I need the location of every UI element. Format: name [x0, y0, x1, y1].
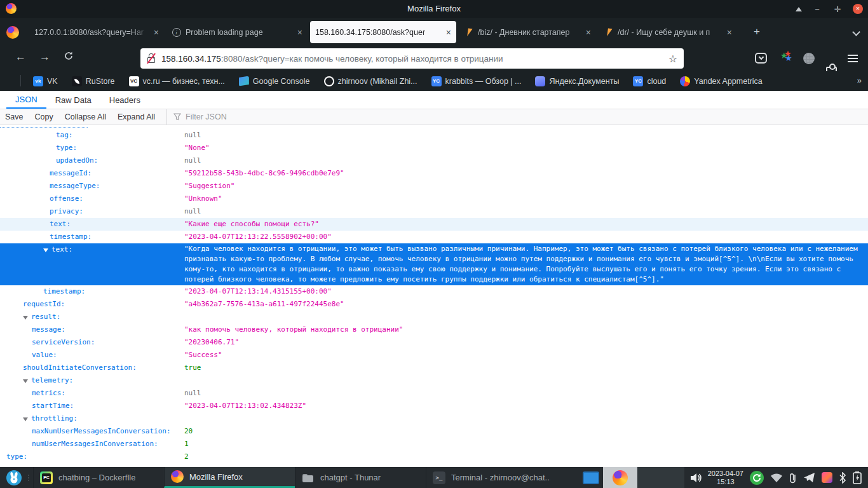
menu-hamburger-icon[interactable] [848, 55, 858, 62]
battery-tray-icon[interactable] [853, 471, 862, 484]
twisty-expanded-icon[interactable] [23, 379, 28, 383]
window-switcher-firefox[interactable] [603, 467, 637, 488]
twisty-expanded-icon[interactable] [23, 316, 28, 320]
jsonviewer-tab-json[interactable]: JSON [6, 91, 46, 109]
json-value: "None" [184, 142, 210, 154]
bookmark-item[interactable]: zhirnoov (Mikhail Zhi... [324, 76, 417, 86]
clock-widget[interactable]: 2023-04-07 15:13 [708, 470, 743, 486]
json-key: requestId: [0, 300, 65, 308]
paperclip-tray-icon[interactable] [789, 472, 797, 484]
filter-json-input[interactable]: Filter JSON [186, 112, 227, 121]
json-row[interactable]: text:"Какие еще способы помощи есть?" [0, 218, 868, 231]
browser-tab[interactable]: 158.160.34.175:8080/ask?quer× [310, 21, 456, 43]
bookmark-item[interactable]: Яндекс.Документы [535, 76, 619, 86]
forward-button[interactable]: → [39, 51, 50, 64]
back-button[interactable]: ← [15, 51, 26, 64]
url-text[interactable]: 158.160.34.175:8080/ask?query=как помочь… [161, 54, 663, 64]
json-row[interactable]: type:2 [0, 451, 868, 463]
bluetooth-tray-icon[interactable] [839, 472, 846, 484]
bookmark-item[interactable]: RuStore [72, 76, 115, 86]
json-row[interactable]: timestamp:"2023-04-07T12:13:14.4315155+0… [0, 285, 868, 298]
json-row[interactable]: shouldInitiateConversation:true [0, 362, 868, 374]
json-row[interactable]: maxNumUserMessagesInConversation:20 [0, 425, 868, 438]
json-row[interactable]: serviceVersion:"20230406.71" [0, 336, 868, 349]
json-row[interactable]: metrics:null [0, 387, 868, 400]
bookmark-item[interactable]: YCcloud [633, 76, 666, 86]
json-row[interactable]: tag:null [0, 129, 868, 142]
bookmark-label: Google Console [253, 77, 310, 86]
minimize-button[interactable]: − [812, 4, 822, 14]
bookmark-item[interactable]: VCvc.ru — бизнес, техн... [129, 76, 225, 86]
json-row[interactable]: text:"Когда человек находится в отрицани… [0, 243, 868, 285]
extension-pinwheel-icon[interactable]: ★★★ [780, 51, 793, 64]
show-desktop-button[interactable] [583, 471, 599, 484]
maximize-button[interactable]: ✛ [832, 4, 843, 14]
taskbar-window-label: Mozilla Firefox [189, 472, 243, 482]
taskbar-window-terminal[interactable]: >_Terminal - zhirnoov@chat... [426, 467, 557, 488]
expand-all-button[interactable]: Expand All [118, 112, 155, 121]
tab-close-icon[interactable]: × [727, 27, 732, 37]
json-value: "20230406.71" [184, 336, 239, 349]
reload-button[interactable] [64, 51, 74, 64]
clock-time: 15:13 [708, 478, 743, 486]
json-row[interactable]: result: [0, 311, 868, 323]
app-cube-tray-icon[interactable] [822, 472, 832, 483]
new-tab-button[interactable]: + [754, 25, 760, 38]
save-button[interactable]: Save [5, 112, 24, 121]
close-button[interactable]: × [853, 4, 863, 14]
json-row[interactable]: telemetry: [0, 374, 868, 387]
updater-tray-icon[interactable] [750, 471, 764, 485]
clock-date: 2023-04-07 [708, 470, 743, 478]
json-key: value: [0, 351, 57, 359]
insecure-lock-icon[interactable] [147, 53, 156, 64]
taskbar-window-pycharm[interactable]: chatbing – Dockerflle [33, 467, 164, 488]
terminal-icon: >_ [433, 471, 445, 484]
tab-close-icon[interactable]: × [297, 27, 302, 37]
bookmark-star-icon[interactable]: ☆ [668, 53, 677, 65]
bookmark-item[interactable]: YCkrabbits — Обзор | ... [431, 76, 522, 86]
twisty-expanded-icon[interactable] [43, 248, 48, 252]
taskbar-window-label: chatbing – Dockerflle [58, 473, 135, 482]
json-row[interactable]: startTime:"2023-04-07T12:13:02.434823Z" [0, 400, 868, 412]
json-row[interactable]: throttling: [0, 412, 868, 425]
pocket-icon[interactable] [755, 53, 767, 64]
twisty-expanded-icon[interactable] [23, 417, 28, 421]
tab-close-icon[interactable]: × [446, 27, 451, 37]
copy-button[interactable]: Copy [35, 112, 53, 121]
jsonviewer-tab-headers[interactable]: Headers [100, 91, 149, 109]
collapse-all-button[interactable]: Collapse All [65, 112, 106, 121]
json-row[interactable]: type:"None" [0, 142, 868, 154]
json-row[interactable]: privacy:null [0, 205, 868, 218]
tab-close-icon[interactable]: × [154, 27, 159, 37]
applications-menu-button[interactable] [0, 467, 28, 488]
browser-tab[interactable]: iProblem loading page× [166, 21, 308, 43]
json-row[interactable]: updatedOn:null [0, 154, 868, 167]
panel-grip[interactable] [28, 467, 32, 488]
bookmarks-overflow-icon[interactable]: » [857, 76, 860, 85]
url-bar[interactable]: 158.160.34.175:8080/ask?query=как помочь… [140, 48, 684, 69]
list-all-tabs-icon[interactable] [852, 28, 860, 36]
json-row[interactable]: numUserMessagesInConversation:1 [0, 438, 868, 451]
shade-window-button[interactable] [796, 7, 802, 11]
volume-icon[interactable] [689, 472, 702, 484]
json-row[interactable]: requestId:"a4b362a7-7576-413a-a611-497f2… [0, 298, 868, 311]
json-row[interactable]: value:"Success" [0, 349, 868, 362]
wifi-tray-icon[interactable] [770, 473, 783, 483]
json-row[interactable]: messageId:"59212b58-543b-4dbc-8c96-9496c… [0, 167, 868, 180]
browser-tab[interactable]: /biz/ - Дневник стартапер× [459, 21, 596, 43]
bookmark-item[interactable]: Yandex Appmetrica [680, 76, 762, 86]
extension-globe-icon[interactable] [803, 53, 815, 64]
browser-tab[interactable]: 127.0.0.1:8080/ask?query=Har× [29, 21, 164, 43]
json-row[interactable]: message:"как помочь человеку, который на… [0, 323, 868, 336]
taskbar-window-firefox[interactable]: Mozilla Firefox [164, 467, 295, 488]
bookmark-item[interactable]: Google Console [239, 76, 310, 86]
json-row[interactable]: timestamp:"2023-04-07T12:13:22.5558902+0… [0, 231, 868, 243]
json-row[interactable]: messageType:"Suggestion" [0, 180, 868, 193]
json-row[interactable]: offense:"Unknown" [0, 193, 868, 205]
taskbar-window-folder[interactable]: chatgpt - Thunar [295, 467, 426, 488]
bookmark-item[interactable]: vkVK [33, 76, 58, 86]
jsonviewer-tab-raw-data[interactable]: Raw Data [46, 91, 100, 109]
telegram-tray-icon[interactable] [803, 472, 815, 483]
tab-close-icon[interactable]: × [586, 27, 591, 37]
browser-tab[interactable]: /dr/ - Ищу себе деушк и п× [599, 21, 737, 43]
